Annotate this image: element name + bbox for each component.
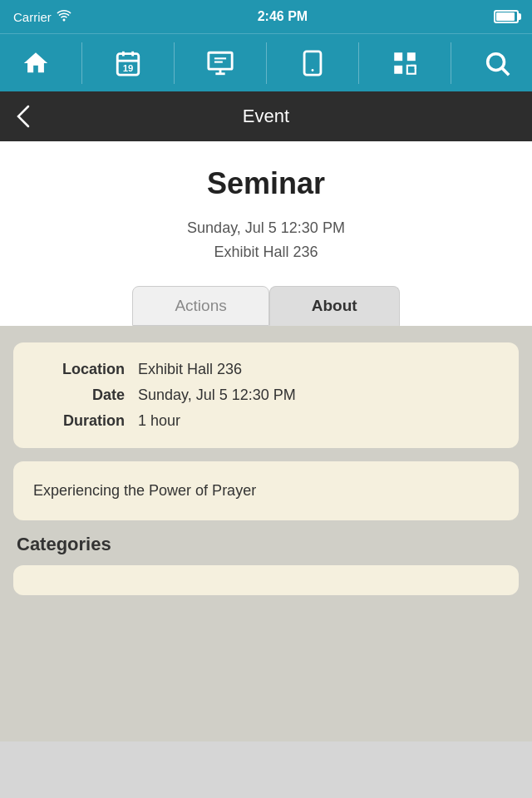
nav-divider-2 <box>174 42 175 84</box>
description-text: Experiencing the Power of Prayer <box>33 482 256 499</box>
status-bar: Carrier 2:46 PM <box>0 0 532 33</box>
date-label: Date <box>33 387 125 404</box>
duration-value: 1 hour <box>138 412 180 430</box>
event-datetime: Sunday, Jul 5 12:30 PM Exhibit Hall 236 <box>17 216 515 264</box>
svg-rect-12 <box>394 52 402 61</box>
location-value: Exhibit Hall 236 <box>138 361 242 378</box>
event-location-header: Exhibit Hall 236 <box>17 240 515 264</box>
nav-divider-4 <box>358 42 359 84</box>
battery-indicator <box>494 10 519 23</box>
back-button[interactable] <box>17 105 30 128</box>
carrier-info: Carrier <box>13 10 71 24</box>
location-label: Location <box>33 361 125 378</box>
content-area: Seminar Sunday, Jul 5 12:30 PM Exhibit H… <box>0 141 532 326</box>
battery-fill <box>496 12 515 21</box>
duration-label: Duration <box>33 412 125 430</box>
home-nav-button[interactable] <box>11 38 61 88</box>
svg-rect-13 <box>406 52 415 61</box>
date-row: Date Sunday, Jul 5 12:30 PM <box>33 387 499 404</box>
tablet-nav-button[interactable] <box>288 38 337 88</box>
svg-rect-15 <box>406 65 415 73</box>
description-card: Experiencing the Power of Prayer <box>13 461 519 520</box>
duration-row: Duration 1 hour <box>33 412 499 430</box>
category-card <box>13 565 519 595</box>
date-value: Sunday, Jul 5 12:30 PM <box>138 387 296 404</box>
svg-point-18 <box>487 53 504 70</box>
main-body: Location Exhibit Hall 236 Date Sunday, J… <box>0 326 532 741</box>
svg-line-19 <box>502 68 509 75</box>
nav-divider-3 <box>266 42 267 84</box>
calendar-nav-button[interactable]: 19 <box>103 38 153 88</box>
wifi-icon <box>57 10 71 24</box>
carrier-label: Carrier <box>13 10 52 24</box>
tab-about[interactable]: About <box>269 286 400 326</box>
battery-icon <box>494 10 519 23</box>
presentation-nav-button[interactable] <box>195 38 245 88</box>
svg-rect-5 <box>208 52 231 69</box>
location-row: Location Exhibit Hall 236 <box>33 361 499 378</box>
event-date: Sunday, Jul 5 12:30 PM <box>17 216 515 240</box>
svg-text:19: 19 <box>122 62 133 72</box>
grid-nav-button[interactable] <box>380 38 430 88</box>
nav-divider-5 <box>451 42 451 84</box>
nav-divider-1 <box>81 42 82 84</box>
top-navigation: 19 <box>0 33 532 91</box>
tab-actions[interactable]: Actions <box>132 286 268 326</box>
status-time: 2:46 PM <box>258 9 308 24</box>
tabs-container: Actions About <box>17 286 515 326</box>
search-nav-button[interactable] <box>472 38 522 88</box>
header-title: Event <box>243 106 289 127</box>
svg-point-11 <box>311 69 313 71</box>
svg-rect-14 <box>394 65 402 73</box>
event-title: Seminar <box>17 166 515 201</box>
categories-heading: Categories <box>13 534 519 555</box>
info-card: Location Exhibit Hall 236 Date Sunday, J… <box>13 342 519 448</box>
back-header: Event <box>0 91 532 141</box>
